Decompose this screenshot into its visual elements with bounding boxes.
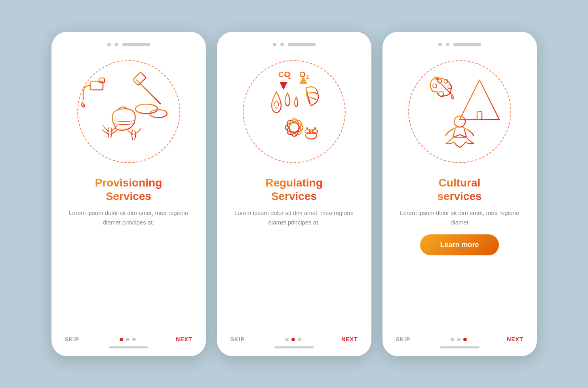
cultural-skip-button[interactable]: SKIP <box>396 336 411 342</box>
regulating-description: Lorem ipsum dolor sit dim amet, mea regi… <box>217 208 371 227</box>
phone-cultural: Cultural services Lorem ipsum dolor sit … <box>382 32 537 356</box>
phone-top-bar-3 <box>438 43 481 46</box>
provisioning-footer: SKIP NEXT <box>51 336 206 342</box>
regulating-title: Regulating Services <box>253 176 335 203</box>
provisioning-title: Provisioning Services <box>83 176 174 203</box>
regulating-illustration: CO 2 O 2 <box>233 50 356 173</box>
home-indicator-3 <box>440 346 480 348</box>
provisioning-description: Lorem ipsum dolor sit dim amet, mea regi… <box>51 208 206 227</box>
status-pill <box>122 43 150 46</box>
learn-more-button[interactable]: Learn more <box>420 234 499 255</box>
home-indicator-1 <box>109 346 148 348</box>
status-dot-2 <box>115 43 118 46</box>
dot-1-inactive-2 <box>132 338 136 341</box>
status-pill-3 <box>453 43 481 46</box>
status-dot-1 <box>107 43 111 46</box>
phone-top-bar-1 <box>107 43 150 46</box>
dot-2-active <box>291 338 295 341</box>
regulating-dots <box>285 338 301 341</box>
cultural-title: Cultural services <box>425 176 493 203</box>
dot-2-inactive-1 <box>285 338 289 341</box>
provisioning-illustration <box>67 50 190 173</box>
status-dot-5 <box>438 43 442 46</box>
dot-3-active <box>463 338 467 341</box>
provisioning-skip-button[interactable]: SKIP <box>65 336 80 342</box>
phone-regulating: CO 2 O 2 <box>217 32 371 356</box>
regulating-footer: SKIP NEXT <box>217 336 371 342</box>
provisioning-dots <box>120 338 136 341</box>
status-pill-2 <box>288 43 316 46</box>
cultural-dots <box>451 338 467 341</box>
phones-container: Provisioning Services Lorem ipsum dolor … <box>51 32 537 356</box>
cultural-description: Lorem ipsum dolor sit dim amet, mea regi… <box>382 208 537 227</box>
dot-1-active <box>120 338 123 341</box>
provisioning-next-button[interactable]: NEXT <box>176 336 192 342</box>
dashed-circle-3 <box>408 60 511 163</box>
status-dot-6 <box>446 43 449 46</box>
dot-3-inactive-1 <box>451 338 454 341</box>
dashed-circle-2 <box>243 60 346 163</box>
cultural-illustration <box>398 50 521 173</box>
cultural-next-button[interactable]: NEXT <box>507 336 523 342</box>
dot-1-inactive-1 <box>126 338 129 341</box>
dot-2-inactive-2 <box>298 338 301 341</box>
regulating-next-button[interactable]: NEXT <box>341 336 358 342</box>
status-dot-4 <box>280 43 284 46</box>
regulating-skip-button[interactable]: SKIP <box>230 336 245 342</box>
phone-top-bar-2 <box>273 43 316 46</box>
phone-provisioning: Provisioning Services Lorem ipsum dolor … <box>51 32 206 356</box>
status-dot-3 <box>273 43 276 46</box>
learn-more-container: Learn more <box>420 234 499 259</box>
dashed-circle-1 <box>77 60 180 163</box>
dot-3-inactive-2 <box>457 338 461 341</box>
home-indicator-2 <box>274 346 314 348</box>
cultural-footer: SKIP NEXT <box>382 336 537 342</box>
